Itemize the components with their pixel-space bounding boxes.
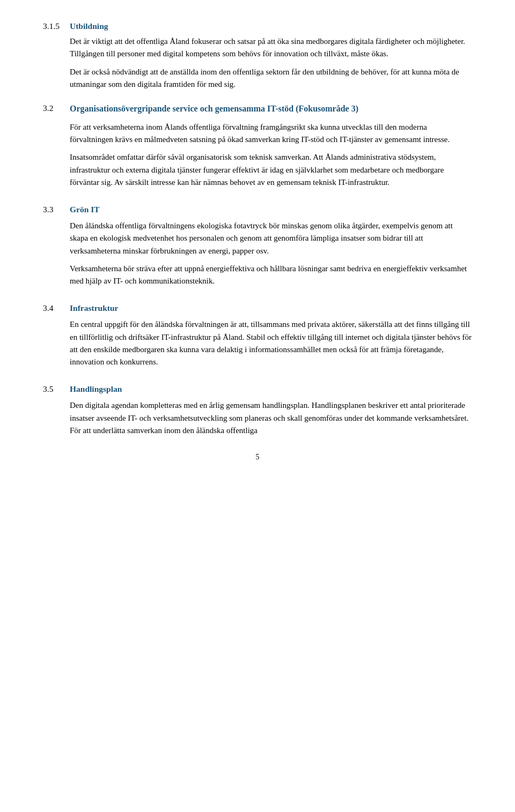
section-32-heading: Organisationsövergripande service och ge…	[70, 103, 358, 115]
section-33-heading: Grön IT	[70, 205, 100, 214]
section-32: 3.2 Organisationsövergripande service oc…	[43, 103, 472, 189]
section-33-para1: Den åländska offentliga förvaltningens e…	[70, 220, 472, 257]
page: 3.1.5 Utbildning Det är viktigt att det …	[0, 0, 515, 812]
section-34: 3.4 Infrastruktur En central uppgift för…	[43, 303, 472, 368]
section-35-number: 3.5	[43, 384, 70, 394]
section-35-title-row: 3.5 Handlingsplan	[43, 384, 472, 394]
section-34-title-row: 3.4 Infrastruktur	[43, 303, 472, 313]
section-33: 3.3 Grön IT Den åländska offentliga förv…	[43, 205, 472, 287]
section-32-para2: Insatsområdet omfattar därför såväl orga…	[70, 151, 472, 189]
section-35-heading: Handlingsplan	[70, 384, 122, 394]
section-33-number: 3.3	[43, 205, 70, 214]
page-number: 5	[43, 453, 472, 461]
section-34-heading: Infrastruktur	[70, 303, 118, 313]
section-315-heading: Utbildning	[70, 21, 108, 31]
section-315-title-row: 3.1.5 Utbildning	[43, 21, 472, 31]
section-34-number: 3.4	[43, 303, 70, 313]
section-35-para1: Den digitala agendan kompletteras med en…	[70, 399, 472, 437]
section-33-para2: Verksamheterna bör sträva efter att uppn…	[70, 263, 472, 288]
section-32-number: 3.2	[43, 103, 70, 113]
section-34-para1: En central uppgift för den åländska förv…	[70, 318, 472, 368]
section-33-title-row: 3.3 Grön IT	[43, 205, 472, 214]
section-315-para2: Det är också nödvändigt att de anställda…	[70, 66, 472, 91]
section-315: 3.1.5 Utbildning Det är viktigt att det …	[43, 21, 472, 91]
section-32-title-row: 3.2 Organisationsövergripande service oc…	[43, 103, 472, 115]
section-315-para1: Det är viktigt att det offentliga Åland …	[70, 35, 472, 61]
section-35: 3.5 Handlingsplan Den digitala agendan k…	[43, 384, 472, 437]
section-32-para1: För att verksamheterna inom Ålands offen…	[70, 121, 472, 146]
section-315-number: 3.1.5	[43, 21, 70, 31]
